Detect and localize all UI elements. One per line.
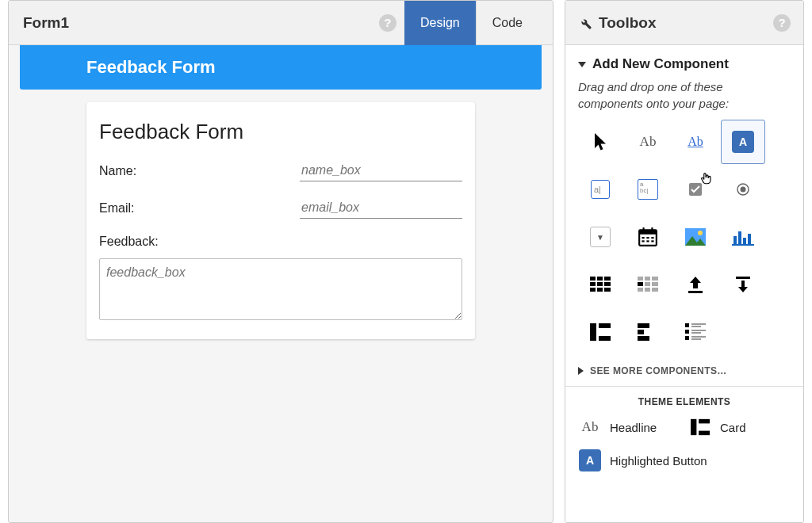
svg-rect-54 bbox=[691, 336, 706, 338]
svg-rect-16 bbox=[733, 236, 737, 244]
svg-rect-33 bbox=[645, 282, 650, 286]
svg-rect-47 bbox=[685, 323, 689, 327]
svg-rect-30 bbox=[645, 277, 650, 281]
tab-design[interactable]: Design bbox=[404, 1, 476, 45]
svg-rect-7 bbox=[642, 237, 644, 239]
see-more-components[interactable]: SEE MORE COMPONENTS… bbox=[578, 365, 791, 376]
divider bbox=[565, 386, 803, 387]
help-icon[interactable]: ? bbox=[379, 14, 396, 32]
toolbox-body: Add New Component Drag and drop one of t… bbox=[565, 45, 803, 522]
card-icon bbox=[688, 415, 712, 439]
caret-right-icon bbox=[578, 367, 584, 375]
svg-rect-35 bbox=[638, 288, 643, 292]
svg-rect-37 bbox=[652, 288, 658, 292]
svg-rect-50 bbox=[685, 330, 689, 334]
theme-elements-title: THEME ELEMENTS bbox=[578, 396, 791, 407]
label-icon[interactable]: Ab bbox=[626, 120, 670, 164]
svg-rect-41 bbox=[590, 323, 596, 341]
name-label[interactable]: Name: bbox=[99, 164, 300, 178]
link-icon[interactable]: Ab bbox=[673, 120, 718, 164]
svg-rect-51 bbox=[691, 330, 706, 331]
svg-rect-53 bbox=[685, 336, 689, 340]
svg-rect-48 bbox=[691, 323, 706, 325]
email-input[interactable] bbox=[300, 197, 462, 219]
wrench-icon bbox=[578, 16, 592, 30]
designer-panel: Form1 ? Design Code Feedback Form Feedba… bbox=[8, 0, 553, 523]
toolbox-panel: Toolbox ? Add New Component Drag and dro… bbox=[565, 0, 804, 523]
toolbox-help-icon[interactable]: ? bbox=[773, 14, 791, 32]
svg-rect-56 bbox=[691, 419, 696, 435]
theme-highlighted-button[interactable]: A Highlighted Button bbox=[578, 449, 791, 472]
toolbox-header: Toolbox ? bbox=[565, 1, 803, 45]
column-right-icon[interactable] bbox=[626, 310, 670, 354]
svg-rect-31 bbox=[652, 277, 658, 281]
svg-rect-25 bbox=[604, 282, 611, 286]
svg-rect-11 bbox=[646, 240, 649, 242]
svg-point-14 bbox=[698, 231, 703, 235]
toolbox-title: Toolbox bbox=[599, 14, 773, 32]
svg-rect-29 bbox=[638, 277, 643, 281]
design-canvas[interactable]: Feedback Form Feedback Form Name: Email:… bbox=[9, 45, 553, 522]
theme-card[interactable]: Card bbox=[688, 415, 791, 439]
svg-rect-21 bbox=[597, 277, 603, 281]
svg-rect-55 bbox=[691, 338, 701, 340]
chart-icon[interactable] bbox=[721, 215, 765, 259]
form-heading[interactable]: Feedback Form bbox=[99, 120, 462, 144]
list-icon[interactable] bbox=[673, 310, 718, 354]
grid-dense-icon[interactable] bbox=[578, 262, 622, 307]
form-name: Form1 bbox=[23, 14, 69, 32]
svg-rect-49 bbox=[691, 326, 701, 327]
radio-icon[interactable] bbox=[721, 167, 765, 212]
svg-rect-34 bbox=[652, 282, 658, 286]
svg-rect-6 bbox=[651, 227, 653, 231]
form-card[interactable]: Feedback Form Name: Email: Feedback: bbox=[86, 102, 475, 339]
theme-headline[interactable]: Ab Headline bbox=[578, 415, 680, 439]
feedback-label[interactable]: Feedback: bbox=[99, 235, 462, 249]
toolbox-hint: Drag and drop one of these components on… bbox=[578, 78, 791, 112]
checkbox-icon[interactable] bbox=[673, 167, 718, 212]
textarea-icon[interactable]: abc| bbox=[626, 167, 670, 212]
svg-rect-23 bbox=[590, 282, 596, 286]
dropdown-icon[interactable]: ▼ bbox=[578, 215, 622, 259]
svg-rect-46 bbox=[638, 336, 649, 341]
svg-rect-5 bbox=[643, 227, 645, 231]
feedback-textarea[interactable] bbox=[99, 258, 462, 320]
svg-rect-38 bbox=[688, 291, 703, 293]
svg-rect-28 bbox=[604, 288, 611, 292]
name-input[interactable] bbox=[300, 160, 462, 181]
svg-rect-44 bbox=[638, 323, 649, 328]
svg-rect-20 bbox=[590, 277, 596, 281]
svg-rect-36 bbox=[645, 288, 650, 292]
cursor-icon[interactable] bbox=[578, 120, 622, 164]
tab-code[interactable]: Code bbox=[476, 1, 538, 45]
svg-rect-12 bbox=[651, 240, 653, 242]
svg-rect-19 bbox=[748, 234, 751, 244]
svg-rect-57 bbox=[699, 419, 710, 424]
headline-icon: Ab bbox=[578, 415, 602, 439]
datepicker-icon[interactable] bbox=[626, 215, 670, 259]
button-icon[interactable]: A bbox=[721, 120, 765, 164]
column-left-icon[interactable] bbox=[578, 310, 622, 354]
svg-rect-42 bbox=[599, 323, 611, 328]
svg-rect-15 bbox=[732, 244, 754, 246]
svg-rect-8 bbox=[646, 237, 649, 239]
svg-rect-52 bbox=[691, 332, 701, 334]
svg-rect-39 bbox=[736, 277, 750, 279]
upload-icon[interactable] bbox=[673, 262, 718, 307]
section-add-component[interactable]: Add New Component bbox=[578, 56, 791, 72]
svg-rect-9 bbox=[651, 237, 653, 239]
svg-rect-24 bbox=[597, 282, 603, 286]
form-banner[interactable]: Feedback Form bbox=[20, 45, 542, 90]
svg-rect-27 bbox=[597, 288, 603, 292]
field-row-name: Name: bbox=[99, 160, 462, 181]
download-bar-icon[interactable] bbox=[721, 262, 765, 307]
email-label[interactable]: Email: bbox=[99, 201, 300, 216]
svg-rect-18 bbox=[743, 238, 746, 244]
textbox-icon[interactable]: a| bbox=[578, 167, 622, 212]
banner-title: Feedback Form bbox=[86, 57, 216, 78]
caret-down-icon bbox=[578, 62, 586, 67]
image-icon[interactable] bbox=[673, 215, 718, 259]
svg-point-2 bbox=[741, 187, 746, 193]
svg-rect-45 bbox=[638, 330, 644, 334]
grid-light-icon[interactable] bbox=[626, 262, 670, 307]
